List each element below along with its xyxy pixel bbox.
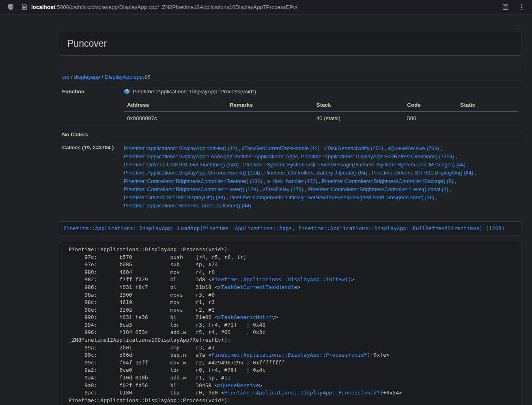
asm-symbol-link[interactable]: Pinetime::Applications::DisplayApp::Proc… <box>224 390 383 396</box>
page-icon[interactable] <box>22 4 27 10</box>
asm-line: 980: 4604 mov r4, r0 <box>69 269 516 276</box>
asm-symbol-link[interactable]: Pinetime::Applications::DisplayApp::Proc… <box>211 352 370 358</box>
callee-separator: , <box>465 162 468 168</box>
reader-mode-icon[interactable] <box>502 4 508 10</box>
callee-separator: , <box>317 178 322 184</box>
callee-link[interactable]: Pinetime::Components::LittleVgl::SetNewT… <box>230 194 435 200</box>
callee-link[interactable]: Pinetime::System::SystemTask::PushMessag… <box>243 162 465 168</box>
callee-separator: , <box>453 178 456 184</box>
function-row-label: Function <box>59 85 121 128</box>
callee-link[interactable]: Pinetime::Drivers::St7789::DisplayOff() … <box>124 194 225 200</box>
callee-link[interactable]: Pinetime::Drivers::St7789::DisplayOn() (… <box>372 170 473 176</box>
stats-value-code: 500 <box>404 112 457 125</box>
stats-value-remarks <box>226 112 313 125</box>
callee-separator: , <box>435 194 437 200</box>
stats-col-remarks: Remarks <box>226 99 313 112</box>
callee-link[interactable]: Pinetime::Applications::Screens::Timer::… <box>124 202 251 209</box>
asm-line: 98c: 4619 mov r1, r3 <box>69 299 516 306</box>
stats-value-address: 0x0000097c <box>124 112 226 125</box>
callee-link[interactable]: lv_task_handler (420) <box>267 178 317 184</box>
callee-separator: , <box>448 186 451 192</box>
asm-line: 99c: d06d beq.n a7a <Pinetime::Applicati… <box>69 351 516 359</box>
stats-col-code: Code <box>404 99 457 112</box>
callee-link[interactable]: Pinetime::Controllers::BrightnessControl… <box>322 178 453 184</box>
breadcrumb-separator: / <box>100 74 105 80</box>
callee-separator: , <box>383 145 388 151</box>
asm-line: 98a: 2300 movs r3, #0 <box>69 291 516 299</box>
callee-link[interactable]: Pinetime::Controllers::BrightnessControl… <box>124 186 258 192</box>
asm-line: 97e: b086 sub sp, #24 <box>69 261 516 269</box>
callee-link[interactable]: Pinetime::Controllers::BrightnessControl… <box>308 186 448 192</box>
asm-line: 98e: 2202 movs r2, #2 <box>69 306 516 314</box>
symbol-details-table: Function Pinetime::Applications::Display… <box>59 85 521 213</box>
callee-separator: , <box>225 194 230 200</box>
callee-link[interactable]: vTaskDelay (176) <box>263 186 303 192</box>
main-content: Puncover src / displayapp / DisplayApp.c… <box>59 14 521 405</box>
callee-separator: , <box>237 145 242 151</box>
callee-link[interactable]: Pinetime::Applications::DisplayApp::Init… <box>124 145 237 151</box>
breadcrumb-link[interactable]: displayapp <box>74 74 100 80</box>
no-callers-empty-cell <box>121 128 521 141</box>
stats-value-static <box>457 112 518 125</box>
stats-header-row: AddressRemarksStackCodeStatic <box>124 99 518 112</box>
asm-line: 9a4: f10d 010b add.w r1, sp, #11 <box>69 374 516 382</box>
callee-separator: , <box>454 153 457 159</box>
callee-separator: , <box>258 186 263 192</box>
jumbotron: Puncover <box>59 32 521 56</box>
asm-line: 99a: 2b01 cmp r3, #1 <box>69 344 516 352</box>
callee-link[interactable]: Pinetime::Drivers::Cst816S::GetTouchInfo… <box>124 162 239 168</box>
callee-link[interactable]: Pinetime::Applications::DisplayApp::Load… <box>124 153 454 159</box>
callee-separator: , <box>262 178 267 184</box>
stats-col-stack: Stack <box>313 99 404 112</box>
breadcrumb-link[interactable]: DisplayApp.cpp <box>105 74 143 80</box>
asm-symbol-link[interactable]: xTaskGetCurrentTaskHandle <box>218 284 297 290</box>
callee-separator: , <box>260 170 265 176</box>
shield-icon[interactable] <box>7 3 14 11</box>
asm-line: 9a8: f02f fd56 bl 30458 <xQueueReceive> <box>69 382 516 390</box>
stats-col-static: Static <box>457 99 518 112</box>
callee-link[interactable]: Pinetime::Controllers::Battery::Update()… <box>265 170 368 176</box>
url-host: localhost <box>31 4 55 10</box>
callee-link[interactable]: Pinetime::Applications::DisplayApp::OnTo… <box>124 170 260 176</box>
asm-symbol-link[interactable]: xQueueReceive <box>218 382 259 388</box>
callee-separator: , <box>367 170 372 176</box>
callees-list: Pinetime::Applications::DisplayApp::Init… <box>121 141 521 213</box>
asm-line: _ZN8Pinetime12Applications10DisplayApp7R… <box>69 336 516 344</box>
divider <box>59 67 521 67</box>
highlighted-symbol-box: Pinetime::Applications::DisplayApp::Load… <box>59 221 521 235</box>
callee-link[interactable]: Pinetime::Controllers::BrightnessControl… <box>124 178 262 184</box>
callee-separator: , <box>320 145 324 151</box>
stats-value-stack: 40 (static) <box>313 112 404 125</box>
menu-kebab-icon[interactable]: ⋮ <box>518 4 526 11</box>
page-title: Puncover <box>67 38 513 49</box>
breadcrumb: src / displayapp / DisplayApp.cpp:86 <box>59 74 521 80</box>
disassembly-block: Pinetime::Applications::DisplayApp::Proc… <box>59 242 521 405</box>
url-bar[interactable]: localhost:5000/path/src/displayapp/Displ… <box>22 4 502 10</box>
asm-line: 986: f031 f8c7 bl 31b18 <xTaskGetCurrent… <box>69 284 516 291</box>
callee-link[interactable]: xTaskGetCurrentTaskHandle (12) <box>241 145 319 151</box>
highlighted-symbol-link[interactable]: Pinetime::Applications::DisplayApp::Load… <box>63 225 505 231</box>
asm-line: Pinetime::Applications::DisplayApp::Proc… <box>69 397 516 405</box>
asm-symbol-link[interactable]: xTaskGenericNotify <box>218 314 275 320</box>
callees-label: Callees (19, Σ=3704 ) <box>59 141 121 213</box>
no-callers-label: No Callers <box>59 128 121 141</box>
breadcrumb-line-number: :86 <box>143 74 151 80</box>
callee-separator: , <box>239 162 243 168</box>
callee-separator: , <box>439 145 442 151</box>
asm-symbol-link[interactable]: Pinetime::Applications::DisplayApp::Init… <box>211 276 351 282</box>
browser-chrome: localhost:5000/path/src/displayapp/Displ… <box>0 0 532 14</box>
callee-link[interactable]: xQueueReceive (764) <box>388 145 439 151</box>
stats-col-address: Address <box>124 99 226 112</box>
breadcrumb-link[interactable]: src <box>62 74 69 80</box>
callees-row: Callees (19, Σ=3704 ) Pinetime::Applicat… <box>59 141 521 213</box>
url-path: :5000/path/src/displayapp/DisplayApp.cpp… <box>55 4 297 10</box>
asm-line: 994: 6ca3 ldr r3, [r4, #72] ; 0x48 <box>69 321 516 329</box>
callee-separator: , <box>303 186 308 192</box>
callee-link[interactable]: xTaskGenericNotify (252) <box>324 145 383 151</box>
stats-table: AddressRemarksStackCodeStatic 0x0000097c… <box>124 99 518 125</box>
asm-line: 996: f104 053c add.w r5, r4, #60 ; 0x3c <box>69 329 516 336</box>
function-name: Pinetime::Applications::DisplayApp::Proc… <box>133 88 256 95</box>
url-text: localhost:5000/path/src/displayapp/Displ… <box>31 4 297 10</box>
function-cell: Pinetime::Applications::DisplayApp::Proc… <box>121 85 521 128</box>
asm-line: Pinetime::Applications::DisplayApp::Proc… <box>69 246 516 254</box>
